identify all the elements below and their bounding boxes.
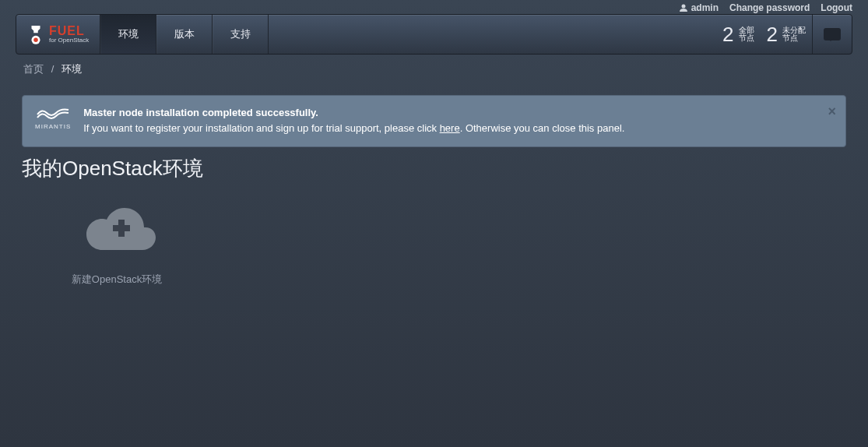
page-title: 我的OpenStack环境 [22, 155, 846, 182]
nav-label: 版本 [174, 27, 195, 41]
stat-number: 2 [767, 23, 778, 47]
welcome-alert: MIRANTIS Master node installation comple… [22, 95, 846, 147]
logo-text-main: FUEL [49, 25, 89, 37]
mirantis-logo: MIRANTIS [35, 105, 71, 130]
tile-label: 新建OpenStack环境 [47, 273, 187, 287]
user-name: admin [691, 2, 719, 13]
breadcrumb-home[interactable]: 首页 [23, 63, 44, 75]
logo-text-sub: for OpenStack [49, 37, 89, 44]
user-icon [679, 3, 688, 12]
stat-label: 全部 节点 [739, 26, 754, 42]
stat-label: 未分配 节点 [782, 26, 806, 42]
alert-line1: Master node installation completed succe… [83, 107, 318, 118]
alert-line2-a: If you want to register your installatio… [83, 122, 439, 134]
fuel-logo-icon [27, 24, 44, 44]
nav-label: 环境 [118, 27, 139, 41]
alert-line2-b: . Otherwise you can close this panel. [460, 122, 625, 134]
logout-link[interactable]: Logout [821, 2, 852, 13]
stat-unallocated-nodes: 2 未分配 节点 [761, 15, 812, 54]
breadcrumb: 首页 / 环境 [0, 55, 868, 81]
svg-point-2 [33, 38, 38, 43]
notifications-button[interactable] [812, 15, 852, 54]
main-navbar: FUEL for OpenStack 环境 版本 支持 2 全部 节点 2 未分… [16, 14, 852, 55]
nav-label: 支持 [230, 27, 251, 41]
stat-number: 2 [722, 23, 733, 47]
mirantis-text: MIRANTIS [35, 124, 71, 130]
new-environment-tile[interactable]: 新建OpenStack环境 [47, 196, 187, 287]
top-user-bar: admin Change password Logout [0, 0, 868, 14]
speech-bubble-icon [824, 28, 841, 40]
cloud-plus-icon [70, 196, 163, 259]
change-password-link[interactable]: Change password [729, 2, 810, 13]
nav-item-support[interactable]: 支持 [213, 15, 269, 54]
alert-here-link[interactable]: here [440, 122, 460, 134]
breadcrumb-current: 环境 [61, 63, 82, 75]
nav-item-environments[interactable]: 环境 [100, 15, 156, 54]
alert-body: Master node installation completed succe… [83, 105, 624, 136]
breadcrumb-separator: / [51, 63, 54, 75]
nav-item-releases[interactable]: 版本 [156, 15, 213, 54]
svg-rect-4 [118, 220, 125, 237]
mirantis-wave-icon [36, 107, 70, 122]
stat-total-nodes: 2 全部 节点 [716, 15, 760, 54]
user-link[interactable]: admin [679, 2, 719, 13]
alert-close-button[interactable]: × [828, 104, 836, 120]
logo[interactable]: FUEL for OpenStack [16, 15, 100, 54]
svg-point-0 [681, 5, 685, 9]
